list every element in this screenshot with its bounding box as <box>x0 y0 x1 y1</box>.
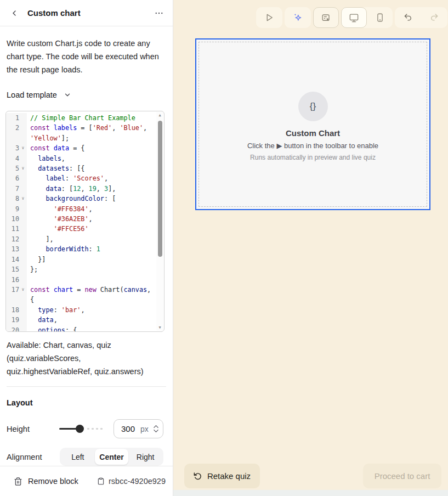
fold-chevron-icon[interactable]: ∨ <box>19 194 27 204</box>
alignment-option-right[interactable]: Right <box>128 449 162 465</box>
code-line[interactable]: 20 options: { <box>6 325 156 332</box>
line-gutter: 8∨ <box>6 194 27 204</box>
line-gutter: 11 <box>6 224 27 234</box>
line-number: 12 <box>6 234 19 244</box>
fold-spacer <box>19 224 27 234</box>
code-text[interactable]: const labels = ['Red', 'Blue', 'Yellow']… <box>27 123 156 143</box>
code-text[interactable]: labels, <box>27 154 156 164</box>
fold-chevron-icon[interactable]: ∨ <box>19 143 27 153</box>
panel-title: Custom chart <box>27 8 81 18</box>
code-line[interactable]: 8∨ backgroundColor: [ <box>6 194 156 204</box>
monitor-icon <box>349 13 359 23</box>
scrollbar-thumb[interactable] <box>158 121 162 257</box>
chevron-up-icon[interactable] <box>153 425 159 429</box>
code-line[interactable]: 9 '#FF6384', <box>6 204 156 214</box>
line-number: 16 <box>6 275 19 285</box>
line-gutter: 20 <box>6 325 27 332</box>
trash-icon <box>14 477 22 486</box>
code-line[interactable]: 10 '#36A2EB', <box>6 214 156 224</box>
more-options-button[interactable] <box>154 8 164 18</box>
line-gutter: 10 <box>6 214 27 224</box>
code-text[interactable]: options: { <box>27 325 156 332</box>
code-line[interactable]: 19 data, <box>6 315 156 325</box>
back-button[interactable] <box>9 8 20 19</box>
code-text[interactable]: ], <box>27 234 156 244</box>
height-input[interactable]: 300 px <box>114 419 163 438</box>
code-text[interactable]: }; <box>27 264 156 274</box>
desktop-view-button[interactable] <box>341 7 367 28</box>
ai-assistant-button[interactable] <box>285 7 311 28</box>
height-stepper[interactable] <box>153 425 159 433</box>
code-text[interactable] <box>27 275 156 285</box>
preview-pane: {} Custom Chart Click the ▶ button in th… <box>173 0 448 496</box>
scrollbar-down-icon[interactable]: ▼ <box>158 324 161 331</box>
undo-button[interactable] <box>395 7 421 28</box>
code-line[interactable]: 3∨const data = { <box>6 143 156 153</box>
code-line[interactable]: 12 ], <box>6 234 156 244</box>
code-line[interactable]: 16 <box>6 275 156 285</box>
line-number: 4 <box>6 154 19 164</box>
line-gutter: 3∨ <box>6 143 27 153</box>
code-line[interactable]: 5∨ datasets: [{ <box>6 164 156 173</box>
code-line[interactable]: 1// Simple Bar Chart Example <box>6 113 156 123</box>
code-line[interactable]: 6 label: 'Scores', <box>6 173 156 183</box>
code-text[interactable]: backgroundColor: [ <box>27 194 156 204</box>
chevron-down-icon[interactable] <box>153 429 159 433</box>
load-template-label: Load template <box>7 91 57 99</box>
code-text[interactable]: // Simple Bar Chart Example <box>27 113 156 123</box>
retake-quiz-button[interactable]: Retake quiz <box>184 464 260 488</box>
fold-chevron-icon[interactable]: ∨ <box>19 285 27 305</box>
line-number: 13 <box>6 244 19 254</box>
block-id-text: rsbcc-4920e929 <box>109 477 166 486</box>
code-text[interactable]: data: [12, 19, 3], <box>27 184 156 194</box>
code-text[interactable]: const chart = new Chart(canvas, { <box>27 285 156 305</box>
fold-chevron-icon[interactable]: ∨ <box>19 164 27 173</box>
retake-quiz-label: Retake quiz <box>207 471 251 481</box>
code-text[interactable]: type: 'bar', <box>27 305 156 315</box>
line-number: 11 <box>6 224 19 234</box>
proceed-to-cart-button[interactable]: Proceed to cart <box>363 464 441 488</box>
history-group <box>395 7 447 28</box>
slider-thumb[interactable] <box>76 425 84 433</box>
code-line[interactable]: 2const labels = ['Red', 'Blue', 'Yellow'… <box>6 123 156 143</box>
line-gutter: 13 <box>6 244 27 254</box>
load-template-dropdown[interactable]: Load template <box>7 91 71 99</box>
code-line[interactable]: 7 data: [12, 19, 3], <box>6 184 156 194</box>
code-line[interactable]: 15}; <box>6 264 156 274</box>
code-line[interactable]: 14 }] <box>6 255 156 264</box>
code-line[interactable]: 11 '#FFCE56' <box>6 224 156 234</box>
alignment-option-left[interactable]: Left <box>61 449 95 465</box>
mobile-view-button[interactable] <box>367 7 393 28</box>
fold-spacer <box>19 123 27 143</box>
code-text[interactable]: borderWidth: 1 <box>27 244 156 254</box>
code-line[interactable]: 18 type: 'bar', <box>6 305 156 315</box>
line-gutter: 6 <box>6 173 27 183</box>
code-text[interactable]: '#FF6384', <box>27 204 156 214</box>
alignment-option-center[interactable]: Center <box>95 449 129 465</box>
scrollbar-up-icon[interactable]: ▲ <box>158 112 161 119</box>
editor-scrollbar[interactable]: ▲ ▼ <box>156 112 163 331</box>
preview-toolbar <box>256 7 447 28</box>
select-element-button[interactable] <box>313 7 339 28</box>
code-text[interactable]: const data = { <box>27 143 156 153</box>
code-text[interactable]: '#FFCE56' <box>27 224 156 234</box>
line-gutter: 17∨ <box>6 285 27 305</box>
code-editor[interactable]: 1// Simple Bar Chart Example2const label… <box>5 111 165 332</box>
custom-chart-block-preview[interactable]: {} Custom Chart Click the ▶ button in th… <box>195 38 430 210</box>
code-line[interactable]: 4 labels, <box>6 154 156 164</box>
line-number: 2 <box>6 123 19 143</box>
run-code-button[interactable] <box>256 7 282 28</box>
code-text[interactable]: datasets: [{ <box>27 164 156 173</box>
remove-block-button[interactable]: Remove block <box>8 474 83 489</box>
redo-button[interactable] <box>422 7 447 28</box>
code-text[interactable]: label: 'Scores', <box>27 173 156 183</box>
code-text[interactable]: '#36A2EB', <box>27 214 156 224</box>
height-slider[interactable] <box>59 425 103 433</box>
code-line[interactable]: 17∨const chart = new Chart(canvas, { <box>6 285 156 305</box>
code-text[interactable]: data, <box>27 315 156 325</box>
code-line[interactable]: 13 borderWidth: 1 <box>6 244 156 254</box>
line-number: 17 <box>6 285 19 305</box>
code-text[interactable]: }] <box>27 255 156 264</box>
height-value[interactable]: 300 <box>121 424 135 433</box>
block-id-copy[interactable]: rsbcc-4920e929 <box>97 477 166 486</box>
